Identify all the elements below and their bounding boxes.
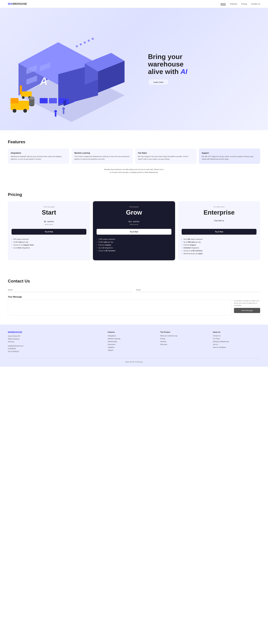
feature-title-ml: Machine Learning (74, 152, 130, 154)
pricing-features-start: 500 unique customers 10,000 sales per da… (11, 238, 86, 250)
footer-vat: VAT AT8239129 (8, 350, 103, 353)
list-item[interactable]: Send us Feedback (213, 346, 260, 348)
nav-links: Home Features Pricing Contact Us (221, 3, 260, 5)
list-item[interactable]: Warehousing (108, 341, 155, 342)
svg-rect-11 (21, 91, 32, 97)
name-field (8, 288, 132, 292)
features-grid: Integrations Wairehouse integrates right… (8, 148, 260, 164)
feature-card-support: Support We offer 24/7 support for all yo… (199, 148, 260, 164)
list-item: 2,500 unique customers (97, 238, 171, 240)
contact-section: Contact Us Your Message By sending a mes… (0, 270, 268, 324)
list-item[interactable]: Contact Us (213, 335, 260, 337)
svg-point-30 (76, 45, 78, 47)
list-item[interactable]: The Team (213, 338, 260, 340)
pricing-price-enterprise: Chat with us (182, 219, 257, 222)
nav-home[interactable]: Home (221, 3, 226, 6)
list-item[interactable]: Integrations (108, 335, 155, 337)
list-item[interactable]: Join Us (213, 344, 260, 346)
pricing-features-grow: 2,500 unique customers 25,000 sales per … (97, 238, 171, 253)
pricing-title: Pricing (8, 192, 260, 197)
list-item[interactable]: Discounts (160, 344, 208, 346)
feature-body-support: We offer 24/7 support for all your needs… (202, 155, 258, 160)
name-input[interactable] (8, 288, 132, 292)
svg-point-34 (92, 38, 94, 40)
pricing-name-grow: Grow (97, 209, 171, 216)
message-label: Your Message (8, 296, 260, 298)
list-item[interactable]: Machine Learning (108, 338, 155, 340)
contact-title: Contact Us (8, 279, 260, 284)
pricing-name-start: Start (11, 209, 86, 216)
hero-illustration: A (5, 16, 138, 122)
svg-point-31 (80, 44, 82, 46)
pricing-cta-start[interactable]: Try it free (11, 229, 86, 235)
svg-rect-29 (63, 110, 64, 114)
feature-card-ml: Machine Learning The AI that is shipped … (72, 148, 133, 164)
pricing-card-start: Get's you going Start $5 user/mo (billed… (8, 201, 90, 260)
footer-logo-rehouse: IREHOUSE (11, 331, 22, 333)
hero-text: Bring your warehouse alive with AI Learn… (148, 53, 260, 85)
pricing-price-start: $5 user/mo (11, 219, 86, 223)
list-item: 10,000 sales per day (11, 241, 86, 243)
pricing-name-enterprise: Enterprise (182, 209, 257, 216)
list-item[interactable]: Working at Wairehouse (213, 341, 260, 342)
features-title: Features (8, 140, 260, 144)
footer-col-product: The Product What our customers say Prici… (160, 331, 208, 353)
pricing-grid: Get's you going Start $5 user/mo (billed… (8, 201, 260, 260)
list-item: Full-time Support (182, 244, 257, 246)
pricing-cta-grow[interactable]: Try it free (97, 229, 171, 235)
form-name-email-row (8, 288, 260, 292)
svg-rect-17 (49, 98, 57, 104)
email-input[interactable] (136, 288, 260, 292)
message-row: By sending a message you agree to our pr… (8, 300, 260, 316)
svg-rect-27 (55, 112, 56, 116)
list-item[interactable]: Pricing (160, 338, 208, 340)
list-item: Access to ML functions (97, 250, 171, 252)
footer-email: hey@wairehouse.com (8, 344, 103, 348)
feature-card-integrations: Integrations Wairehouse integrates right… (8, 148, 69, 164)
email-field (136, 288, 260, 292)
navbar: WAIREHOUSE Home Features Pricing Contact… (0, 0, 268, 8)
svg-point-33 (88, 40, 90, 42)
send-message-button[interactable]: Send Message (234, 308, 260, 313)
svg-point-28 (62, 107, 65, 110)
svg-point-21 (13, 109, 16, 112)
logo-rehouse: IREHOUSE (12, 2, 27, 5)
contact-form: Your Message By sending a message you ag… (8, 288, 260, 316)
hero-headline: Bring your warehouse alive with AI (148, 53, 260, 76)
footer-bottom: Made with ❤ in Hamburg (8, 358, 260, 363)
list-item: 500 unique customers (11, 238, 86, 240)
footer-col-features: Features Integrations Machine Learning W… (108, 331, 155, 353)
features-note: Besides these features, we offer plenty … (104, 168, 164, 174)
pricing-cta-enterprise[interactable]: Try it free (182, 229, 257, 235)
list-item[interactable]: Support (108, 349, 155, 351)
footer-col-about-links: Contact Us The Team Working at Wairehous… (213, 335, 260, 348)
message-side: By sending a message you agree to our pr… (234, 300, 260, 313)
footer-brand: WAIREHOUSE Secret Street 200 83920 Hambu… (8, 331, 103, 353)
logo: WAIREHOUSE (8, 2, 27, 5)
nav-contact[interactable]: Contact Us (251, 3, 260, 5)
svg-rect-13 (20, 86, 22, 89)
footer-logo: WAIREHOUSE (8, 331, 103, 334)
list-item: Access to all ML functions (182, 250, 257, 252)
list-item[interactable]: Extensions (108, 344, 155, 346)
list-item: Up to 10 integrations (97, 247, 171, 249)
svg-rect-20 (10, 98, 18, 104)
feature-body-ml: The AI that is shipped with Wairehouse c… (74, 155, 130, 160)
svg-point-22 (23, 109, 27, 112)
message-textarea[interactable] (8, 300, 232, 316)
hero-section: A (0, 8, 268, 130)
list-item[interactable]: Reviews (160, 341, 208, 342)
nav-pricing[interactable]: Pricing (241, 3, 247, 5)
svg-point-26 (54, 110, 57, 112)
pricing-card-enterprise: You need more? Enterprise Chat with us T… (178, 201, 260, 260)
hero-cta-button[interactable]: Learn more (148, 79, 169, 85)
footer-col-features-links: Integrations Machine Learning Warehousin… (108, 335, 155, 351)
footer-logo-wa: WA (8, 331, 11, 333)
logo-wa: WA (8, 2, 12, 5)
list-item[interactable]: Adaptions (108, 346, 155, 348)
footer-col-product-links: What our customers say Pricing Reviews D… (160, 335, 208, 346)
list-item[interactable]: What our customers say (160, 335, 208, 337)
nav-features[interactable]: Features (230, 3, 237, 5)
pricing-billed-enterprise (182, 222, 257, 225)
feature-title-support: Support (202, 152, 258, 154)
